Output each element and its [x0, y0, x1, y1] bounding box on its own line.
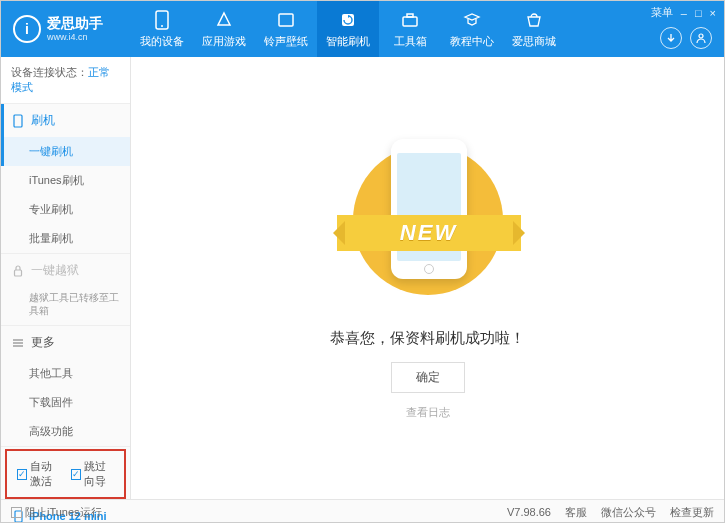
sidebar-head-flash[interactable]: 刷机	[1, 104, 130, 137]
minimize-button[interactable]: –	[681, 7, 687, 19]
wallpaper-icon	[276, 10, 296, 30]
sidebar-head-jailbreak: 一键越狱	[1, 254, 130, 287]
svg-point-6	[699, 34, 703, 38]
new-banner: NEW	[337, 215, 521, 251]
app-url: www.i4.cn	[47, 32, 103, 42]
phone-small-icon	[11, 114, 25, 128]
lock-icon	[11, 264, 25, 278]
logo-area: i 爱思助手 www.i4.cn	[1, 15, 131, 43]
nav-label: 智能刷机	[326, 34, 370, 49]
download-button[interactable]	[660, 27, 682, 49]
version-label: V7.98.66	[507, 506, 551, 518]
nav-label: 爱思商城	[512, 34, 556, 49]
check-update-link[interactable]: 检查更新	[670, 505, 714, 520]
nav-label: 教程中心	[450, 34, 494, 49]
checkbox-label: 自动激活	[30, 459, 61, 489]
nav-my-device[interactable]: 我的设备	[131, 1, 193, 57]
svg-point-1	[161, 25, 163, 27]
svg-rect-8	[15, 270, 22, 276]
sidebar-item-other-tools[interactable]: 其他工具	[1, 359, 130, 388]
checkbox-label: 跳过向导	[84, 459, 115, 489]
nav-store[interactable]: 爱思商城	[503, 1, 565, 57]
more-icon	[11, 336, 25, 350]
svg-rect-2	[279, 14, 293, 26]
sidebar-item-advanced[interactable]: 高级功能	[1, 417, 130, 446]
phone-illustration: NEW	[343, 137, 513, 307]
close-button[interactable]: ×	[710, 7, 716, 19]
header-action-circles	[660, 27, 712, 49]
phone-icon	[152, 10, 172, 30]
flash-icon	[338, 10, 358, 30]
apps-icon	[214, 10, 234, 30]
sidebar-item-oneclick-flash[interactable]: 一键刷机	[1, 137, 130, 166]
sidebar-item-itunes-flash[interactable]: iTunes刷机	[1, 166, 130, 195]
wechat-link[interactable]: 微信公众号	[601, 505, 656, 520]
nav-ringtones[interactable]: 铃声壁纸	[255, 1, 317, 57]
svg-rect-5	[407, 14, 413, 17]
nav-label: 我的设备	[140, 34, 184, 49]
customer-service-link[interactable]: 客服	[565, 505, 587, 520]
app-title: 爱思助手	[47, 16, 103, 31]
svg-rect-7	[14, 115, 22, 127]
menu-button[interactable]: 菜单	[651, 5, 673, 20]
connection-status: 设备连接状态：正常模式	[1, 57, 130, 104]
sidebar: 设备连接状态：正常模式 刷机 一键刷机 iTunes刷机 专业刷机 批量刷机 一…	[1, 57, 131, 499]
toolbox-icon	[400, 10, 420, 30]
main-nav: 我的设备 应用游戏 铃声壁纸 智能刷机 工具箱 教程中心 爱思商城	[131, 1, 724, 57]
nav-label: 工具箱	[394, 34, 427, 49]
checkbox-auto-activate[interactable]: ✓自动激活	[17, 459, 61, 489]
checkbox-block-itunes[interactable]: 阻止iTunes运行	[11, 505, 102, 520]
app-header: i 爱思助手 www.i4.cn 我的设备 应用游戏 铃声壁纸 智能刷机 工具箱…	[1, 1, 724, 57]
checkbox-label: 阻止iTunes运行	[25, 505, 102, 520]
user-button[interactable]	[690, 27, 712, 49]
logo-icon: i	[13, 15, 41, 43]
sidebar-head-label: 一键越狱	[31, 262, 79, 279]
nav-label: 应用游戏	[202, 34, 246, 49]
success-message: 恭喜您，保资料刷机成功啦！	[330, 329, 525, 348]
sidebar-item-batch-flash[interactable]: 批量刷机	[1, 224, 130, 253]
sidebar-head-label: 更多	[31, 334, 55, 351]
store-icon	[524, 10, 544, 30]
sidebar-head-more[interactable]: 更多	[1, 326, 130, 359]
nav-label: 铃声壁纸	[264, 34, 308, 49]
ok-button[interactable]: 确定	[391, 362, 465, 393]
maximize-button[interactable]: □	[695, 7, 702, 19]
nav-tutorials[interactable]: 教程中心	[441, 1, 503, 57]
conn-label: 设备连接状态：	[11, 66, 88, 78]
sidebar-item-pro-flash[interactable]: 专业刷机	[1, 195, 130, 224]
checkbox-skip-guide[interactable]: ✓跳过向导	[71, 459, 115, 489]
options-checkbox-row: ✓自动激活 ✓跳过向导	[5, 449, 126, 499]
nav-flash[interactable]: 智能刷机	[317, 1, 379, 57]
window-controls: 菜单 – □ ×	[651, 5, 716, 20]
view-log-link[interactable]: 查看日志	[406, 405, 450, 420]
sidebar-head-label: 刷机	[31, 112, 55, 129]
main-content: NEW 恭喜您，保资料刷机成功啦！ 确定 查看日志	[131, 57, 724, 499]
sidebar-item-download-firmware[interactable]: 下载固件	[1, 388, 130, 417]
nav-toolbox[interactable]: 工具箱	[379, 1, 441, 57]
tutorial-icon	[462, 10, 482, 30]
nav-apps[interactable]: 应用游戏	[193, 1, 255, 57]
jailbreak-note: 越狱工具已转移至工具箱	[1, 287, 130, 325]
svg-rect-4	[403, 17, 417, 26]
